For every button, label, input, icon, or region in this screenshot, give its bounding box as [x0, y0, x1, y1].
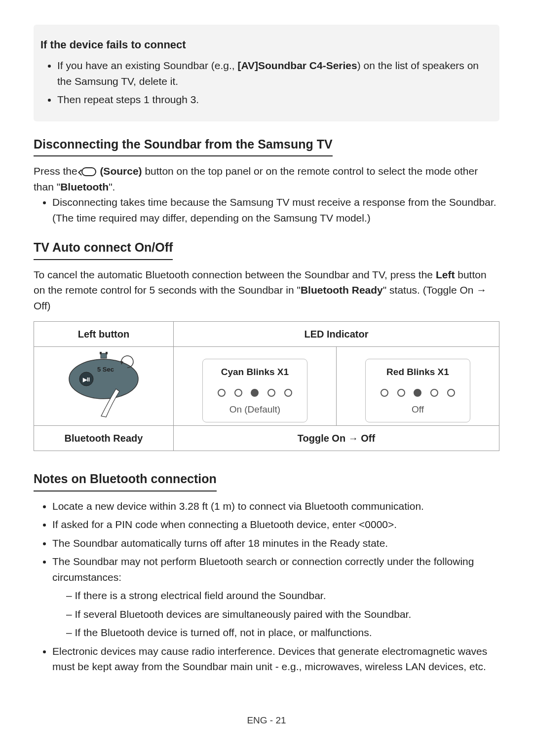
on-default-caption: On (Default) — [215, 403, 295, 417]
notes-sublist: If there is a strong electrical field ar… — [52, 588, 499, 641]
dots-row — [215, 384, 295, 400]
disconnect-list: Disconnecting takes time because the Sam… — [34, 194, 499, 226]
disconnect-heading: Disconnecting the Soundbar from the Sams… — [34, 135, 333, 157]
red-cell: Red Blinks X1 Off — [336, 347, 499, 426]
led-dot-icon — [447, 389, 455, 397]
list-item: Then repeat steps 1 through 3. — [57, 92, 495, 108]
dots-row — [378, 384, 458, 400]
fail-connect-heading: If the device fails to connect — [40, 37, 495, 53]
disconnect-paragraph: Press the (Source) button on the top pan… — [34, 163, 499, 194]
autoconnect-paragraph: To cancel the automatic Bluetooth connec… — [34, 267, 499, 314]
toggle-cell: Toggle On → Off — [173, 426, 499, 451]
remote-cell: ▶II 5 Sec — [34, 347, 174, 426]
svg-rect-2 — [100, 352, 102, 354]
list-item: Electronic devices may cause radio inter… — [52, 643, 499, 675]
fail-connect-box: If the device fails to connect If you ha… — [34, 25, 499, 121]
source-icon — [81, 167, 96, 176]
list-item: Disconnecting takes time because the Sam… — [52, 194, 499, 226]
cyan-cell: Cyan Blinks X1 On (Default) — [173, 347, 336, 426]
led-dot-filled-icon — [414, 389, 421, 397]
notes-heading: Notes on Bluetooth connection — [34, 470, 217, 491]
list-item: If the Bluetooth device is turned off, n… — [66, 625, 499, 641]
notes-list: Locate a new device within 3.28 ft (1 m)… — [34, 498, 499, 675]
led-box-cyan: Cyan Blinks X1 On (Default) — [202, 359, 307, 422]
led-dot-icon — [430, 389, 438, 397]
list-item: If there is a strong electrical field ar… — [66, 588, 499, 604]
list-item: If several Bluetooth devices are simulta… — [66, 606, 499, 622]
notes-section: Notes on Bluetooth connection Locate a n… — [34, 470, 499, 675]
led-dot-icon — [381, 389, 388, 397]
led-dot-icon — [218, 389, 226, 397]
bt-ready-cell: Bluetooth Ready — [34, 426, 174, 451]
list-item: The Soundbar may not perform Bluetooth s… — [52, 554, 499, 641]
list-item: Locate a new device within 3.28 ft (1 m)… — [52, 498, 499, 514]
led-table: Left button LED Indicator ▶II 5 Sec — [34, 321, 499, 451]
svg-text:▶II: ▶II — [82, 377, 90, 382]
autoconnect-heading: TV Auto connect On/Off — [34, 238, 173, 260]
page-footer: ENG - 21 — [0, 714, 533, 728]
cyan-title: Cyan Blinks X1 — [215, 365, 295, 379]
remote-illustration: ▶II — [59, 352, 148, 421]
list-item: If you have an existing Soundbar (e.g., … — [57, 58, 495, 89]
led-dot-filled-icon — [251, 389, 259, 397]
autoconnect-section: TV Auto connect On/Off To cancel the aut… — [34, 238, 499, 451]
th-led-indicator: LED Indicator — [173, 322, 499, 347]
fail-connect-list: If you have an existing Soundbar (e.g., … — [38, 58, 495, 108]
led-dot-icon — [284, 389, 292, 397]
th-left-button: Left button — [34, 322, 174, 347]
svg-rect-3 — [106, 352, 108, 354]
five-sec-text: 5 Sec — [97, 365, 114, 375]
red-title: Red Blinks X1 — [378, 365, 458, 379]
led-dot-icon — [267, 389, 275, 397]
led-box-red: Red Blinks X1 Off — [365, 359, 470, 422]
led-dot-icon — [397, 389, 405, 397]
disconnect-section: Disconnecting the Soundbar from the Sams… — [34, 135, 499, 226]
list-item: The Soundbar automatically turns off aft… — [52, 535, 499, 551]
list-item: If asked for a PIN code when connecting … — [52, 517, 499, 532]
off-caption: Off — [378, 403, 458, 417]
led-dot-icon — [234, 389, 242, 397]
